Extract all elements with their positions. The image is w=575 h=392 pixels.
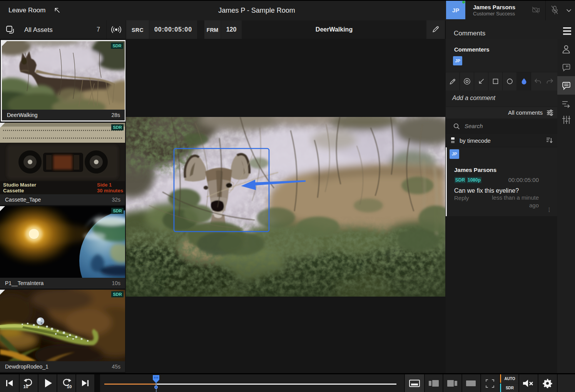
svg-text:30 minutes: 30 minutes: [97, 188, 123, 193]
svg-text:Side 1: Side 1: [97, 182, 112, 188]
svg-text:10: 10: [23, 384, 28, 389]
svg-text:10: 10: [67, 384, 72, 389]
svg-text:Studio Master: Studio Master: [3, 182, 36, 188]
svg-text:Cassette: Cassette: [3, 188, 24, 193]
